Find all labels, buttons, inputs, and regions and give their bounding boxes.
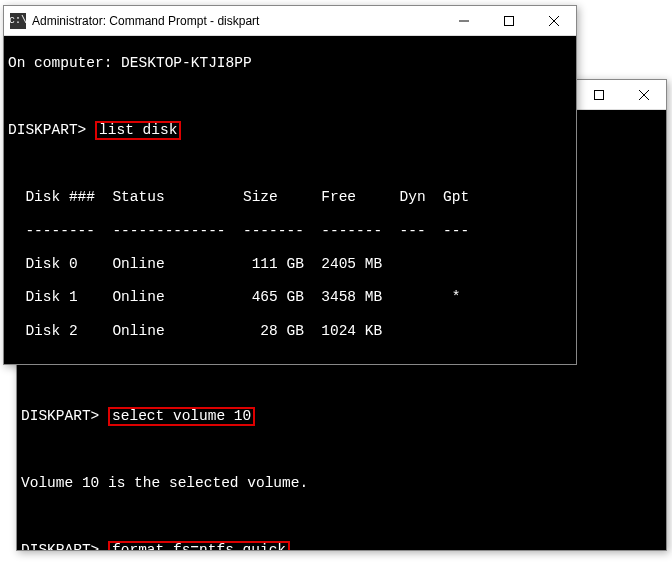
close-button[interactable] [531, 6, 576, 36]
command-prompt-window-front: c:\ Administrator: Command Prompt - disk… [3, 5, 577, 365]
highlighted-command: select volume 10 [108, 407, 255, 426]
maximize-button[interactable] [576, 80, 621, 110]
svg-rect-1 [594, 91, 603, 100]
console-body-front[interactable]: On computer: DESKTOP-KTJI8PP DISKPART> l… [4, 36, 576, 364]
titlebar-front[interactable]: c:\ Administrator: Command Prompt - disk… [4, 6, 576, 36]
highlighted-command: format fs=ntfs quick [108, 541, 290, 550]
table-row: Disk 2 Online 28 GB 1024 KB [8, 323, 572, 340]
close-button[interactable] [621, 80, 666, 110]
table-row: Disk 1 Online 465 GB 3458 MB * [8, 289, 572, 306]
app-icon: c:\ [10, 13, 26, 29]
computer-line: On computer: DESKTOP-KTJI8PP [8, 55, 572, 72]
response-text: Volume 10 is the selected volume. [21, 475, 662, 492]
svg-rect-5 [504, 17, 513, 26]
table-divider: -------- ------------- ------- ------- -… [8, 223, 572, 240]
window-title-front: Administrator: Command Prompt - diskpart [32, 14, 441, 28]
cmd-line: DISKPART> list disk [8, 121, 572, 140]
window-controls-front [441, 6, 576, 35]
maximize-button[interactable] [486, 6, 531, 36]
minimize-button[interactable] [441, 6, 486, 36]
table-row: Disk 0 Online 111 GB 2405 MB [8, 256, 572, 273]
diskpart-prompt: DISKPART> [21, 408, 99, 424]
table-header: Disk ### Status Size Free Dyn Gpt [8, 189, 572, 206]
diskpart-prompt: DISKPART> [8, 122, 86, 138]
cmd-line: DISKPART> format fs=ntfs quick [21, 541, 662, 550]
cmd-line: DISKPART> select volume 10 [21, 407, 662, 426]
diskpart-prompt: DISKPART> [21, 542, 99, 550]
highlighted-command: list disk [95, 121, 181, 140]
